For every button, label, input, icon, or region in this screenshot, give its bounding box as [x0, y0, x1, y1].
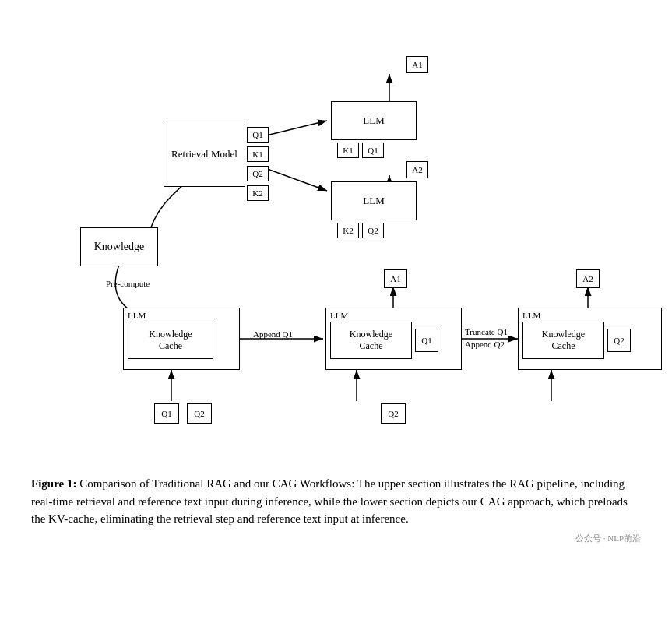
q2-cag3: Q2 — [607, 329, 631, 352]
a2-cag: A2 — [576, 269, 600, 288]
q1-llm-top: Q1 — [362, 143, 384, 158]
q2-input2: Q2 — [381, 403, 406, 424]
knowledge-box: Knowledge — [80, 227, 158, 266]
q2-llm-bot: Q2 — [362, 223, 384, 238]
a1-top: A1 — [406, 56, 428, 73]
q1-retrieval: Q1 — [247, 127, 269, 143]
llm-cag1: LLM KnowledgeCache — [123, 308, 240, 370]
llm-cag2: LLM KnowledgeCache Q1 — [325, 308, 462, 370]
q1-input1: Q1 — [154, 403, 179, 424]
knowledge-cache3: KnowledgeCache — [522, 322, 604, 359]
pre-compute-label: Pre-compute — [106, 279, 150, 288]
append-q1-label: Append Q1 — [253, 329, 293, 339]
q2-retrieval: Q2 — [247, 166, 269, 181]
svg-line-3 — [263, 167, 327, 191]
llm-top-rag: LLM — [331, 101, 417, 140]
k1-retrieval: K1 — [247, 146, 269, 162]
caption-text: Comparison of Traditional RAG and our CA… — [31, 477, 628, 525]
figure-container: Knowledge Retrieval Model Q1 K1 Q2 K2 LL… — [31, 16, 641, 544]
knowledge-cache1: KnowledgeCache — [128, 322, 213, 359]
figure-label: Figure 1: — [31, 477, 76, 490]
k2-retrieval: K2 — [247, 185, 269, 201]
retrieval-model-box: Retrieval Model — [164, 121, 245, 187]
a2-between: A2 — [406, 161, 428, 178]
a1-cag: A1 — [384, 269, 407, 288]
watermark: 公众号 · NLP前沿 — [31, 533, 641, 544]
knowledge-cache2: KnowledgeCache — [330, 322, 412, 359]
truncate-q1-label: Truncate Q1 — [465, 327, 508, 336]
svg-line-2 — [263, 121, 327, 136]
append-q2-label: Append Q2 — [465, 340, 505, 349]
diagram-area: Knowledge Retrieval Model Q1 K1 Q2 K2 LL… — [31, 16, 641, 459]
llm-bot-rag: LLM — [331, 181, 417, 220]
figure-caption: Figure 1: Comparison of Traditional RAG … — [31, 467, 641, 528]
q1-cag2: Q1 — [415, 329, 438, 352]
k1-llm-top: K1 — [337, 143, 359, 158]
k2-llm-bot: K2 — [337, 223, 359, 238]
q2-input1: Q2 — [187, 403, 212, 424]
llm-cag3: LLM KnowledgeCache Q2 — [518, 308, 662, 370]
